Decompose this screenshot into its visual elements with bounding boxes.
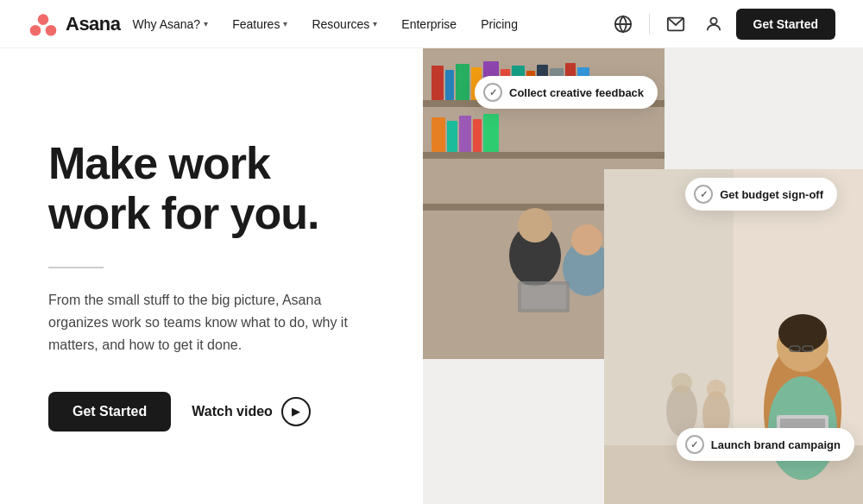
svg-rect-11	[445, 70, 454, 100]
task-pill-launch-campaign: ✓ Launch brand campaign	[677, 428, 854, 461]
hero-get-started-button[interactable]: Get Started	[48, 392, 171, 432]
nav-left: Asana Why Asana? ▾ Features ▾ Resources …	[28, 0, 530, 48]
svg-rect-26	[483, 114, 499, 152]
logo-text: Asana	[66, 13, 121, 35]
svg-rect-10	[432, 66, 444, 100]
svg-rect-24	[459, 116, 471, 152]
svg-rect-8	[423, 152, 665, 159]
nav-right: Get Started	[608, 9, 835, 40]
chevron-down-icon: ▾	[283, 19, 287, 28]
nav-get-started-button[interactable]: Get Started	[736, 9, 835, 40]
chevron-down-icon: ▾	[204, 19, 208, 28]
check-icon: ✓	[483, 83, 502, 102]
nav-divider	[649, 14, 650, 35]
nav-item-enterprise[interactable]: Enterprise	[389, 0, 469, 48]
task-pill-collect-feedback: ✓ Collect creative feedback	[475, 76, 658, 109]
hero-left: Make work work for you. From the small s…	[0, 48, 423, 504]
svg-point-39	[671, 373, 692, 394]
mail-icon	[666, 15, 685, 34]
svg-point-2	[46, 24, 57, 35]
logo-link[interactable]: Asana	[28, 9, 121, 40]
svg-point-1	[30, 24, 41, 35]
svg-rect-12	[456, 64, 469, 100]
main-container: Make work work for you. From the small s…	[0, 48, 863, 504]
hero-actions: Get Started Watch video ▶	[48, 392, 381, 432]
logo-icon	[28, 9, 59, 40]
language-button[interactable]	[608, 9, 639, 40]
svg-rect-23	[447, 121, 457, 152]
mail-button[interactable]	[660, 9, 691, 40]
svg-rect-22	[432, 117, 445, 152]
globe-icon	[614, 15, 633, 34]
hero-description: From the small stuff to the big picture,…	[48, 289, 376, 357]
nav-item-resources[interactable]: Resources ▾	[299, 0, 389, 48]
play-icon: ▶	[281, 397, 311, 426]
nav-item-why-asana[interactable]: Why Asana? ▾	[121, 0, 221, 48]
chevron-down-icon: ▾	[373, 19, 377, 28]
svg-point-0	[38, 14, 49, 25]
check-icon: ✓	[685, 435, 704, 454]
nav-item-pricing[interactable]: Pricing	[469, 0, 530, 48]
svg-point-41	[707, 380, 726, 399]
svg-rect-25	[473, 119, 482, 152]
user-button[interactable]	[698, 9, 729, 40]
svg-point-28	[518, 208, 552, 243]
nav-item-features[interactable]: Features ▾	[220, 0, 299, 48]
user-icon	[704, 15, 723, 34]
svg-point-30	[571, 224, 602, 255]
hero-title: Make work work for you.	[48, 138, 381, 238]
check-icon: ✓	[694, 185, 713, 204]
svg-point-5	[710, 17, 716, 23]
hero-divider	[48, 267, 104, 268]
hero-right: ✓ Collect creative feedback ✓ Get budget…	[423, 48, 863, 504]
image-collage: ✓ Collect creative feedback ✓ Get budget…	[423, 48, 863, 504]
navbar: Asana Why Asana? ▾ Features ▾ Resources …	[0, 0, 863, 48]
svg-rect-32	[521, 285, 566, 309]
watch-video-button[interactable]: Watch video ▶	[192, 397, 311, 426]
task-pill-budget-signoff: ✓ Get budget sign-off	[685, 178, 837, 211]
